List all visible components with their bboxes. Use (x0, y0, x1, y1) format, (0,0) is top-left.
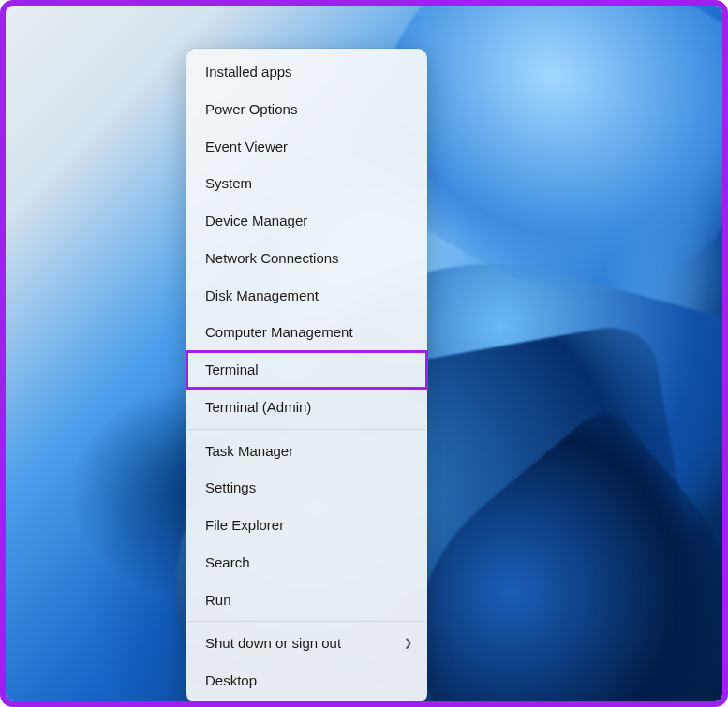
menu-item-network-connections[interactable]: Network Connections (186, 240, 427, 277)
menu-item-terminal[interactable]: Terminal (186, 351, 427, 389)
menu-item-label: Device Manager (205, 211, 307, 231)
menu-item-label: Shut down or sign out (205, 633, 341, 654)
menu-item-label: Computer Management (205, 322, 353, 343)
menu-item-label: Task Manager (205, 441, 293, 462)
menu-item-label: Search (205, 552, 250, 573)
menu-item-label: Terminal (205, 360, 259, 380)
menu-item-label: Power Options (205, 99, 297, 120)
menu-item-label: Installed apps (205, 62, 292, 82)
menu-item-file-explorer[interactable]: File Explorer (186, 507, 427, 544)
menu-item-disk-management[interactable]: Disk Management (186, 277, 427, 315)
menu-item-search[interactable]: Search (186, 544, 427, 582)
menu-item-power-options[interactable]: Power Options (186, 91, 427, 128)
menu-item-label: Disk Management (205, 286, 319, 306)
menu-item-device-manager[interactable]: Device Manager (186, 202, 427, 240)
menu-item-label: Run (205, 590, 231, 611)
chevron-right-icon: ❯ (404, 636, 412, 651)
menu-separator (187, 429, 426, 430)
menu-item-label: Terminal (Admin) (205, 397, 311, 418)
menu-item-shutdown-signout[interactable]: Shut down or sign out ❯ (186, 625, 427, 662)
menu-item-event-viewer[interactable]: Event Viewer (186, 128, 427, 166)
menu-item-label: Network Connections (205, 248, 339, 269)
menu-item-task-manager[interactable]: Task Manager (186, 433, 427, 470)
menu-separator (187, 621, 426, 622)
menu-item-label: Settings (205, 478, 256, 498)
menu-item-settings[interactable]: Settings (186, 469, 427, 507)
winx-context-menu: Installed apps Power Options Event Viewe… (186, 49, 427, 703)
menu-item-run[interactable]: Run (186, 582, 427, 619)
menu-item-label: File Explorer (205, 515, 284, 536)
menu-item-installed-apps[interactable]: Installed apps (186, 53, 427, 91)
menu-item-label: Event Viewer (205, 137, 288, 157)
menu-item-label: System (205, 173, 252, 194)
menu-item-system[interactable]: System (186, 165, 427, 202)
menu-item-computer-management[interactable]: Computer Management (186, 314, 427, 351)
menu-item-terminal-admin[interactable]: Terminal (Admin) (186, 389, 427, 426)
menu-item-desktop[interactable]: Desktop (186, 662, 427, 700)
menu-item-label: Desktop (205, 670, 257, 691)
